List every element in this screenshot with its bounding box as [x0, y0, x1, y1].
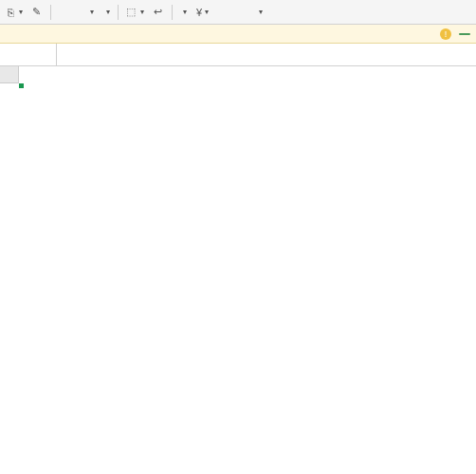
- merge-center-button[interactable]: ⬚▾: [122, 5, 148, 19]
- number-format-select[interactable]: ▾: [176, 7, 191, 17]
- name-box[interactable]: [0, 44, 57, 65]
- selection-box: [19, 83, 23, 87]
- decimal-inc-button[interactable]: [233, 11, 241, 13]
- borders-button[interactable]: ▾: [100, 7, 114, 17]
- decimal-dec-button[interactable]: [243, 11, 250, 13]
- wrap-icon: ↩: [154, 6, 162, 18]
- type-convert-button[interactable]: ▾: [252, 7, 266, 17]
- separator: [172, 5, 173, 20]
- update-notice-bar: !: [0, 25, 476, 44]
- formula-bar: [0, 44, 476, 66]
- format-painter-button[interactable]: ✎: [28, 5, 46, 19]
- ribbon-toolbar: ⎘▾ ✎ ▾ ▾ ⬚▾ ↩ ▾ ¥▾ ▾: [0, 0, 476, 25]
- separator: [50, 5, 51, 20]
- column-header-row: [0, 66, 476, 83]
- select-all-corner[interactable]: [0, 66, 19, 83]
- comma-button[interactable]: [224, 11, 231, 13]
- percent-button[interactable]: [214, 11, 222, 13]
- merge-icon: ⬚: [126, 6, 136, 18]
- copy-icon: ⎘: [8, 7, 14, 18]
- warning-icon: !: [440, 28, 451, 40]
- bold-button[interactable]: [55, 11, 63, 13]
- update-button[interactable]: [459, 33, 470, 35]
- separator: [118, 5, 119, 20]
- wrap-text-button[interactable]: ↩: [150, 5, 168, 19]
- brush-icon: ✎: [32, 6, 41, 18]
- copy-button[interactable]: ⎘▾: [4, 6, 27, 19]
- font-color-button[interactable]: ▾: [83, 7, 98, 17]
- italic-button[interactable]: [64, 11, 72, 13]
- currency-button[interactable]: ¥▾: [192, 6, 212, 19]
- underline-button[interactable]: [74, 11, 82, 13]
